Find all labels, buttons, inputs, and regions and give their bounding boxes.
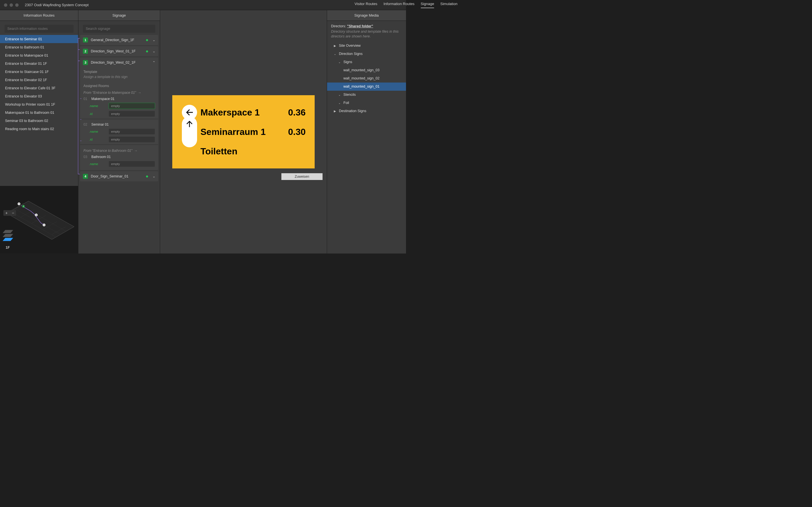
- property-key: .name: [89, 162, 107, 166]
- zoom-out-button[interactable]: −: [10, 210, 16, 216]
- route-item[interactable]: Seminar 03 to Bathroom 02: [0, 117, 78, 125]
- route-item[interactable]: Entrance to Staircase 01 1F: [0, 68, 78, 76]
- route-item[interactable]: Entrance to Elevator 02 1F: [0, 76, 78, 84]
- assign-button[interactable]: Zuweisen: [282, 173, 322, 180]
- sign-name: Direction_Sign_West_01_1F: [91, 49, 143, 53]
- property-value-input[interactable]: [109, 161, 155, 167]
- route-item[interactable]: Entrance to Elevator 03: [0, 92, 78, 100]
- chevron-down-icon: ⌄: [334, 52, 337, 55]
- sign-card-header[interactable]: 4 Door_Sign_Seminar_01 ⌄: [80, 171, 158, 181]
- tree-item[interactable]: ⌄ Direction Signs: [327, 50, 406, 58]
- tree-label: Foil: [343, 101, 349, 105]
- signage-list: 1 General_Direction_Sign_1F ⌄ 2 Directio…: [79, 35, 160, 183]
- room-id: 03: [84, 155, 89, 159]
- tree-item[interactable]: wall_mounted_sign_01: [327, 82, 406, 91]
- property-key: .id: [89, 112, 107, 115]
- status-dot-icon: [146, 50, 148, 52]
- assigned-rooms-label: Assigned Rooms: [84, 84, 155, 88]
- tab-information-routes[interactable]: Information Routes: [384, 2, 406, 8]
- template-hint: Assign a template to this sign: [84, 75, 155, 79]
- floor-layers[interactable]: [4, 230, 12, 242]
- room-name: Bathroom 01: [91, 155, 111, 159]
- svg-text:1: 1: [43, 224, 45, 226]
- property-value-input[interactable]: [109, 111, 155, 117]
- chevron-down-icon: ⌄: [338, 61, 341, 64]
- route-item[interactable]: Makerspace 01 to Bathroom 01: [0, 108, 78, 117]
- layer-icon: [3, 230, 13, 233]
- sign-card: 1 General_Direction_Sign_1F ⌄: [80, 35, 158, 45]
- tree-item[interactable]: wall_mounted_sign_02: [327, 74, 406, 82]
- from-route-row[interactable]: From "Entrance to Makerspace 01" →: [84, 91, 155, 95]
- arrow-right-icon: →: [134, 149, 137, 153]
- property-value-input[interactable]: [109, 129, 155, 134]
- property-value-input[interactable]: [109, 103, 155, 109]
- tree-item[interactable]: ⌄ Stencils: [327, 91, 406, 99]
- status-dot-icon: [146, 175, 148, 177]
- sign-number-badge: 2: [83, 49, 88, 54]
- sign-card-header[interactable]: 3 Direction_Sign_West_02_1F ⌃: [80, 57, 158, 68]
- sign-line-distance: 0.30: [277, 127, 306, 137]
- sign-card: 2 Direction_Sign_West_01_1F ⌄: [80, 46, 158, 56]
- sign-card-header[interactable]: 2 Direction_Sign_West_01_1F ⌄: [80, 46, 158, 56]
- close-icon[interactable]: [4, 3, 7, 7]
- tree-item[interactable]: ⌄ Signs: [327, 58, 406, 66]
- minimize-icon[interactable]: [10, 3, 13, 7]
- titlebar: 2307 Oodi Wayfinding System Concept Visi…: [0, 0, 406, 10]
- zoom-in-button[interactable]: +: [3, 210, 10, 216]
- route-item[interactable]: Entrance to Seminar 01: [0, 35, 78, 43]
- sign-line-distance: 0.36: [277, 107, 306, 118]
- property-key: .name: [89, 104, 107, 108]
- preview-panel: Makerspace 1 0.36 Seminarraum 1 0.30 Toi…: [160, 10, 327, 253]
- directors-link[interactable]: "Shared folder": [347, 24, 373, 28]
- chevron-down-icon: ⌄: [153, 38, 155, 42]
- status-dot-icon: [146, 39, 148, 41]
- sign-line-text: Toiletten: [200, 146, 277, 157]
- route-item[interactable]: Entrance to Makerspace 01: [0, 51, 78, 59]
- media-tree: ▶ Site Overview ⌄ Direction Signs ⌄ Sign…: [331, 42, 402, 115]
- tab-visitor-routes[interactable]: Visitor Routes: [355, 2, 377, 8]
- route-item[interactable]: Entrance to Elevator 01 1F: [0, 59, 78, 68]
- tree-label: Direction Signs: [339, 52, 363, 56]
- route-item[interactable]: Reading room to Main stairs 02: [0, 125, 78, 133]
- search-routes-input[interactable]: [4, 25, 73, 33]
- sign-card-expanded: 3 Direction_Sign_West_02_1F ⌃ Template A…: [80, 57, 158, 170]
- arrow-right-icon: →: [138, 91, 141, 95]
- from-route-row[interactable]: From "Entrance to Bathroom 01" →: [84, 149, 155, 153]
- layer-icon: [3, 234, 13, 237]
- property-value-input[interactable]: [109, 136, 155, 142]
- sign-number-badge: 1: [83, 38, 88, 43]
- chevron-down-icon: ⌄: [338, 101, 341, 105]
- floor-label: 1F: [6, 245, 10, 249]
- svg-text:4: 4: [18, 203, 19, 205]
- map-zoom-controls: + −: [3, 210, 16, 216]
- tree-item[interactable]: ▶ Site Overview: [327, 42, 406, 50]
- sign-preview: Makerspace 1 0.36 Seminarraum 1 0.30 Toi…: [172, 95, 315, 168]
- sign-name: Direction_Sign_West_02_1F: [91, 61, 150, 64]
- tree-label: Destination Signs: [339, 109, 366, 113]
- sign-card-header[interactable]: 1 General_Direction_Sign_1F ⌄: [80, 35, 158, 45]
- route-item[interactable]: Workshop to Printer room 01 1F: [0, 100, 78, 108]
- tree-item[interactable]: ⌄ Foil: [327, 99, 406, 107]
- window-controls: [4, 3, 18, 7]
- arrow-up-icon: [182, 116, 197, 147]
- property-row: .name: [84, 129, 155, 134]
- route-item[interactable]: Entrance to Elevator Cafe 01 3F: [0, 84, 78, 92]
- svg-marker-0: [7, 201, 74, 239]
- directors-label: Directors:: [331, 24, 346, 28]
- search-signage-input[interactable]: [83, 25, 155, 33]
- property-row: .name: [84, 161, 155, 167]
- routes-list: Entrance to Seminar 01 Entrance to Bathr…: [0, 35, 78, 186]
- chevron-down-icon: ⌄: [153, 49, 155, 53]
- route-item[interactable]: Entrance to Bathroom 01: [0, 43, 78, 51]
- routes-panel: Information Routes Entrance to Seminar 0…: [0, 10, 79, 253]
- sign-number-badge: 4: [83, 174, 88, 179]
- tree-item[interactable]: ▶ Destination Signs: [327, 107, 406, 115]
- chevron-down-icon: ⌄: [153, 174, 155, 178]
- tree-item[interactable]: wall_mounted_sign_03: [327, 66, 406, 74]
- maximize-icon[interactable]: [15, 3, 18, 7]
- room-name: Makerspace 01: [91, 97, 114, 101]
- project-title: 2307 Oodi Wayfinding System Concept: [25, 3, 89, 7]
- tree-label: Signs: [343, 60, 352, 64]
- floorplan-map-icon: 4 3 2 1: [4, 197, 74, 250]
- svg-text:2: 2: [36, 214, 37, 216]
